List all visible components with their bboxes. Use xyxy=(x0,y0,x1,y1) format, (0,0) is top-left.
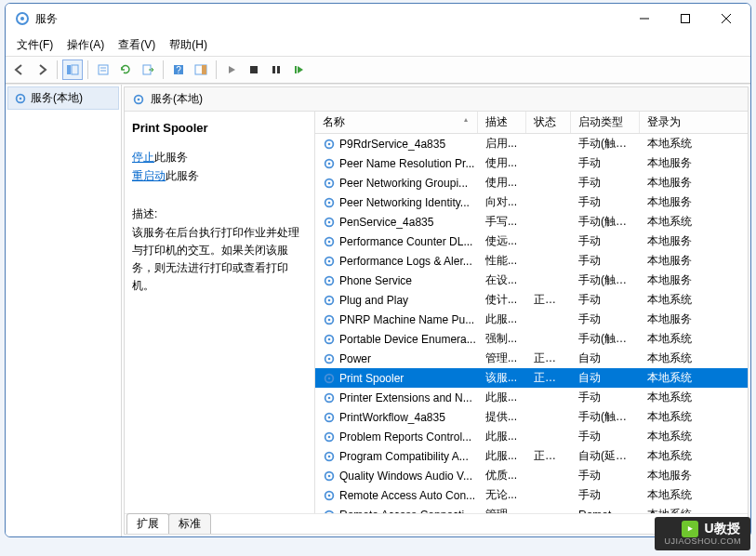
cell-desc: 向对... xyxy=(478,194,526,210)
stop-service-button[interactable] xyxy=(244,60,264,80)
svg-point-45 xyxy=(328,338,331,340)
service-row[interactable]: Performance Logs & Aler...性能...手动本地服务 xyxy=(315,251,748,271)
export-button[interactable] xyxy=(138,60,158,80)
restart-link[interactable]: 重启动 xyxy=(132,169,166,182)
description-label: 描述: xyxy=(132,206,307,222)
action-pane-button[interactable] xyxy=(191,60,211,80)
svg-point-35 xyxy=(328,240,331,243)
tab-standard[interactable]: 标准 xyxy=(168,513,211,534)
service-row[interactable]: Remote Access Connecti...管理...Remot...本地… xyxy=(315,505,748,513)
cell-name: Peer Networking Groupi... xyxy=(315,177,478,190)
svg-text:?: ? xyxy=(176,65,181,75)
cell-name: Power xyxy=(315,352,478,365)
service-row[interactable]: Problem Reports Control...此服...手动本地系统 xyxy=(315,427,748,446)
service-row[interactable]: Power管理...正在...自动本地系统 xyxy=(315,349,748,368)
svg-point-61 xyxy=(328,494,331,496)
service-row[interactable]: PrintWorkflow_4a835提供...手动(触发...本地系统 xyxy=(315,407,748,427)
show-hide-tree-button[interactable] xyxy=(62,60,83,80)
cell-logon: 本地系统 xyxy=(640,331,705,347)
svg-point-1 xyxy=(20,17,24,20)
service-row[interactable]: Remote Access Auto Con...无论...手动本地系统 xyxy=(315,485,748,505)
service-row[interactable]: Printer Extensions and N...此服...手动本地系统 xyxy=(315,388,748,407)
service-row[interactable]: Quality Windows Audio V...优质...手动本地服务 xyxy=(315,466,748,485)
svg-rect-6 xyxy=(67,65,71,74)
content-title: 服务(本地) xyxy=(151,91,203,107)
gear-icon xyxy=(323,411,336,424)
properties-button[interactable] xyxy=(93,60,113,80)
forward-button[interactable] xyxy=(32,60,52,80)
app-icon xyxy=(15,11,30,26)
cell-desc: 提供... xyxy=(478,409,526,425)
cell-name: Remote Access Auto Con... xyxy=(315,489,478,502)
service-row[interactable]: Peer Networking Groupi...使用...手动本地服务 xyxy=(315,173,748,192)
pause-service-button[interactable] xyxy=(266,60,286,80)
menu-file[interactable]: 文件(F) xyxy=(11,35,59,55)
cell-startup: 手动(触发... xyxy=(571,331,640,347)
cell-startup: 手动(触发... xyxy=(571,214,640,230)
col-startup[interactable]: 启动类型 xyxy=(571,112,640,133)
service-row[interactable]: Program Compatibility A...此服...正在...自动(延… xyxy=(315,446,748,466)
stop-link[interactable]: 停止 xyxy=(132,151,154,164)
col-status[interactable]: 状态 xyxy=(526,112,571,133)
svg-point-31 xyxy=(328,201,331,204)
start-service-button[interactable] xyxy=(221,60,242,80)
service-row[interactable]: Portable Device Enumera...强制...手动(触发...本… xyxy=(315,329,748,349)
cell-logon: 本地系统 xyxy=(640,351,705,366)
restart-service-button[interactable] xyxy=(288,60,309,80)
cell-desc: 使远... xyxy=(478,233,526,249)
gear-icon xyxy=(323,470,336,483)
col-description[interactable]: 描述 xyxy=(478,112,526,133)
cell-startup: 手动(触发... xyxy=(571,136,640,152)
svg-point-49 xyxy=(328,377,331,379)
service-row[interactable]: Phone Service在设...手动(触发...本地服务 xyxy=(315,271,748,290)
nav-tree: 服务(本地) xyxy=(6,85,122,536)
svg-point-37 xyxy=(328,259,331,262)
svg-rect-16 xyxy=(250,66,258,73)
separator xyxy=(216,60,217,79)
menu-help[interactable]: 帮助(H) xyxy=(164,35,213,55)
service-row[interactable]: Peer Networking Identity...向对...手动本地服务 xyxy=(315,192,748,212)
help-button[interactable]: ? xyxy=(168,60,189,80)
cell-logon: 本地服务 xyxy=(640,155,705,171)
svg-point-27 xyxy=(328,162,331,165)
menubar: 文件(F) 操作(A) 查看(V) 帮助(H) xyxy=(6,33,750,56)
tab-extended[interactable]: 扩展 xyxy=(126,513,169,534)
minimize-button[interactable] xyxy=(624,5,665,33)
cell-startup: 手动 xyxy=(571,468,640,483)
service-row[interactable]: Performance Counter DL...使远...手动本地服务 xyxy=(315,232,748,251)
svg-point-33 xyxy=(328,220,331,223)
cell-logon: 本地系统 xyxy=(640,429,705,444)
service-row[interactable]: Peer Name Resolution Pr...使用...手动本地服务 xyxy=(315,153,748,173)
service-row[interactable]: Plug and Play使计...正在...手动本地系统 xyxy=(315,290,748,310)
cell-logon: 本地系统 xyxy=(640,487,705,503)
nav-label: 服务(本地) xyxy=(31,90,83,106)
refresh-button[interactable] xyxy=(115,60,136,80)
back-button[interactable] xyxy=(9,60,30,80)
sort-indicator-icon: ▴ xyxy=(464,115,468,124)
menu-view[interactable]: 查看(V) xyxy=(113,35,161,55)
watermark-url: UJIAOSHOU.COM xyxy=(664,537,741,547)
cell-desc: 此服... xyxy=(478,429,526,444)
cell-startup: 手动 xyxy=(571,311,640,327)
cell-name: PrintWorkflow_4a835 xyxy=(315,411,478,424)
service-row[interactable]: PNRP Machine Name Pu...此服...手动本地服务 xyxy=(315,310,748,329)
close-button[interactable] xyxy=(706,5,747,33)
gear-icon xyxy=(323,235,336,248)
cell-desc: 此服... xyxy=(478,311,526,327)
col-logon[interactable]: 登录为 xyxy=(640,112,705,133)
maximize-button[interactable] xyxy=(665,5,706,33)
svg-point-23 xyxy=(138,98,140,100)
service-row[interactable]: Print Spooler该服...正在...自动本地系统 xyxy=(315,368,748,388)
nav-services-local[interactable]: 服务(本地) xyxy=(7,86,119,110)
service-row[interactable]: PenService_4a835手写...手动(触发...本地系统 xyxy=(315,212,748,232)
watermark-icon: ▸ xyxy=(682,521,698,537)
cell-desc: 强制... xyxy=(478,331,526,347)
gear-icon xyxy=(132,93,145,106)
cell-name: Phone Service xyxy=(315,274,478,287)
svg-point-55 xyxy=(328,435,331,438)
cell-name: Printer Extensions and N... xyxy=(315,391,478,404)
cell-desc: 在设... xyxy=(478,272,526,288)
service-row[interactable]: P9RdrService_4a835启用...手动(触发...本地系统 xyxy=(315,134,748,153)
col-name[interactable]: 名称▴ xyxy=(315,112,478,133)
menu-action[interactable]: 操作(A) xyxy=(61,35,110,55)
